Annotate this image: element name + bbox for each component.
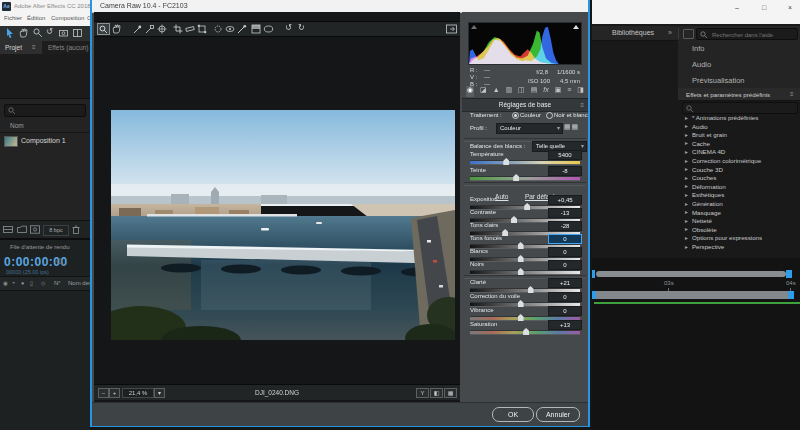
slider-thumb[interactable] bbox=[518, 268, 524, 275]
expand-icon[interactable]: ► bbox=[684, 201, 689, 207]
panel-previsualisation[interactable]: Prévisualisation bbox=[678, 72, 800, 89]
expand-icon[interactable]: ► bbox=[684, 115, 689, 121]
menu-composition[interactable]: Composition bbox=[51, 15, 84, 21]
radio-couleur-label[interactable]: Couleur bbox=[520, 112, 541, 118]
slider-value-field[interactable]: -8 bbox=[548, 166, 582, 176]
spot-removal-tool-icon[interactable] bbox=[213, 24, 224, 34]
slider-track[interactable] bbox=[470, 176, 580, 181]
crop-tool-icon[interactable] bbox=[173, 24, 184, 34]
tab-presets-icon[interactable]: ≡ bbox=[567, 86, 571, 97]
panel-info[interactable]: Info bbox=[678, 40, 800, 57]
minimize-icon[interactable]: – bbox=[735, 4, 739, 11]
close-icon[interactable]: × bbox=[788, 4, 792, 11]
rotate-left-icon[interactable]: ↺ bbox=[285, 23, 292, 32]
timeline-search-icon[interactable] bbox=[56, 258, 65, 267]
lock-icon[interactable]: ▯ bbox=[30, 280, 33, 286]
color-sampler-tool-icon[interactable] bbox=[145, 24, 156, 34]
selection-tool-icon[interactable] bbox=[5, 28, 14, 38]
expand-icon[interactable]: ► bbox=[684, 175, 689, 181]
slider-value-field[interactable]: 0 bbox=[548, 260, 582, 270]
before-after-view-icon[interactable]: ◧ bbox=[430, 388, 443, 398]
tab-effets[interactable]: Effets (aucun) bbox=[48, 44, 88, 51]
expand-icon[interactable]: ► bbox=[684, 166, 689, 172]
slider-thumb[interactable] bbox=[523, 328, 529, 335]
slider-value-field[interactable]: 0 bbox=[548, 247, 582, 257]
slider-value-field[interactable]: +13 bbox=[548, 320, 582, 330]
profile-select[interactable]: Couleur ▾ bbox=[496, 123, 563, 134]
white-balance-tool-icon[interactable] bbox=[133, 24, 144, 34]
expand-icon[interactable]: ► bbox=[684, 158, 689, 164]
radio-noir-et-blanc[interactable] bbox=[546, 112, 553, 119]
straighten-tool-icon[interactable] bbox=[185, 24, 196, 34]
slider-thumb[interactable] bbox=[513, 174, 519, 181]
cancel-button[interactable]: Annuler bbox=[536, 407, 580, 422]
tab-hsl-icon[interactable]: ▥ bbox=[506, 86, 513, 97]
maximize-icon[interactable]: □ bbox=[762, 4, 766, 11]
slider-thumb[interactable] bbox=[503, 158, 509, 165]
slider-thumb[interactable] bbox=[518, 314, 524, 321]
slider-value-field[interactable]: -13 bbox=[548, 208, 582, 218]
expand-icon[interactable]: ► bbox=[684, 192, 689, 198]
bit-depth-badge[interactable]: 8 bpc bbox=[43, 225, 69, 236]
scrollbar-handle[interactable] bbox=[786, 270, 792, 278]
expand-icon[interactable]: ► bbox=[684, 235, 689, 241]
panel-menu-icon[interactable]: ≡ bbox=[580, 99, 584, 111]
expand-icon[interactable]: ► bbox=[684, 244, 689, 250]
project-search-input[interactable] bbox=[4, 104, 86, 117]
hand-tool-icon[interactable] bbox=[19, 28, 28, 38]
preview-toggle-icon[interactable]: Y bbox=[416, 388, 429, 398]
interpret-footage-icon[interactable] bbox=[3, 225, 13, 234]
label-icon[interactable]: ◇ bbox=[41, 280, 45, 286]
work-area-start-handle[interactable] bbox=[592, 291, 596, 299]
timeline-horizontal-scrollbar[interactable] bbox=[596, 271, 786, 277]
trash-icon[interactable] bbox=[72, 225, 80, 234]
tab-projet[interactable]: Projet ≡ bbox=[0, 41, 42, 54]
tab-basic-icon[interactable]: ◉ bbox=[466, 86, 474, 97]
work-area-end-handle[interactable] bbox=[788, 291, 794, 299]
effects-search-input[interactable] bbox=[682, 102, 798, 114]
highlight-clipping-icon[interactable] bbox=[573, 25, 579, 29]
column-number[interactable]: N° bbox=[54, 280, 61, 286]
radio-nb-label[interactable]: Noir et blanc bbox=[554, 112, 588, 118]
effects-category-item[interactable]: ►Perspective bbox=[684, 243, 724, 252]
histogram[interactable] bbox=[468, 22, 582, 65]
expand-icon[interactable]: ► bbox=[684, 209, 689, 215]
slider-value-field[interactable]: -28 bbox=[548, 221, 582, 231]
slider-value-field[interactable]: 0 bbox=[548, 292, 582, 302]
workspace-icon[interactable] bbox=[683, 29, 694, 39]
tab-bibliotheques[interactable]: Bibliothèques bbox=[612, 29, 654, 36]
help-search[interactable] bbox=[696, 28, 798, 40]
shadow-clipping-icon[interactable] bbox=[471, 25, 477, 29]
tab-render-queue[interactable]: File d'attente de rendu bbox=[10, 244, 70, 250]
ok-button[interactable]: OK bbox=[492, 407, 534, 422]
tab-tone-curve-icon[interactable]: ◪ bbox=[480, 86, 487, 97]
slider-value-field[interactable]: +21 bbox=[548, 278, 582, 288]
project-item-composition[interactable]: Composition 1 bbox=[0, 134, 90, 148]
photo-preview[interactable] bbox=[111, 110, 455, 340]
expand-icon[interactable]: ► bbox=[684, 123, 689, 129]
slider-value-field[interactable]: 0 bbox=[548, 306, 582, 316]
scrollbar-handle-left[interactable] bbox=[592, 270, 595, 278]
tab-detail-icon[interactable]: ▲ bbox=[493, 86, 500, 97]
slider-value-field[interactable]: +0,45 bbox=[548, 195, 582, 205]
expand-icon[interactable]: ► bbox=[684, 149, 689, 155]
chevron-double-icon[interactable]: » bbox=[668, 29, 672, 36]
adjustment-brush-tool-icon[interactable] bbox=[237, 24, 248, 34]
tab-snapshots-icon[interactable]: ◨ bbox=[577, 86, 584, 97]
expand-icon[interactable]: ► bbox=[684, 140, 689, 146]
expand-icon[interactable]: ► bbox=[684, 218, 689, 224]
panel-effets-header[interactable]: Effets et paramètres prédéfinis ≡ bbox=[678, 88, 800, 101]
radio-couleur[interactable] bbox=[512, 112, 519, 119]
grid-view-icon[interactable]: ▦ bbox=[444, 388, 457, 398]
solo-icon[interactable]: ● bbox=[21, 280, 24, 286]
panel-menu-icon[interactable]: ≡ bbox=[790, 91, 794, 97]
slider-value-field[interactable]: 5400 bbox=[548, 150, 582, 160]
menu-edition[interactable]: Édition bbox=[27, 15, 45, 21]
tab-camera-calibration-icon[interactable]: ▣ bbox=[555, 86, 562, 97]
rotate-right-icon[interactable]: ↻ bbox=[298, 23, 305, 32]
column-header-nom[interactable]: Nom bbox=[10, 122, 24, 129]
zoom-tool-icon[interactable] bbox=[33, 28, 43, 38]
slider-track[interactable] bbox=[470, 330, 580, 335]
new-composition-icon[interactable] bbox=[30, 225, 40, 234]
expand-icon[interactable]: ► bbox=[684, 183, 689, 189]
